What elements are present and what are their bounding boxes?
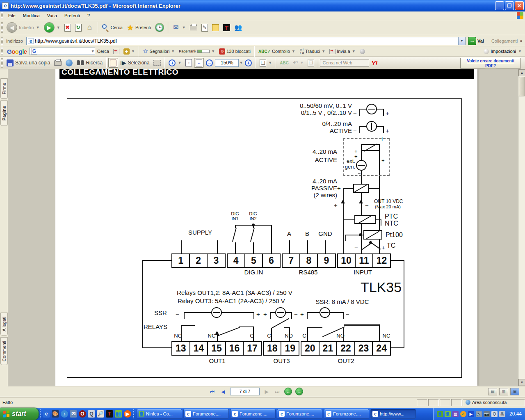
continuous-layout-button[interactable]: ▥	[499, 388, 508, 395]
zoom-in-button[interactable]: +	[243, 59, 254, 67]
restore-button[interactable]: ❐	[505, 1, 514, 10]
single-page-layout-button[interactable]: ▤	[488, 388, 497, 395]
hand-tool-button[interactable]	[108, 58, 118, 68]
menu-modifica[interactable]: Modifica	[19, 12, 43, 19]
snapshot-tool-button[interactable]	[151, 59, 163, 66]
quicklaunch-document-icon[interactable]: 🔎	[97, 410, 104, 418]
zoom-level-combo[interactable]: 150%	[215, 59, 239, 67]
google-news-button[interactable]	[111, 48, 121, 55]
first-page-button[interactable]: ⏮	[208, 388, 217, 396]
close-button[interactable]: ✕	[515, 1, 524, 10]
scroll-up-button[interactable]: ▲	[518, 69, 525, 76]
google-options-button[interactable]: ◆▼	[121, 48, 137, 55]
toolbar-grip[interactable]	[1, 12, 3, 19]
forward-button[interactable]: ▶ ▼	[42, 21, 62, 34]
taskbar-window-forumzone-4[interactable]: e Forumzone....	[324, 409, 369, 419]
forward-dropdown-icon[interactable]: ▼	[57, 25, 60, 30]
start-button[interactable]: start	[0, 408, 39, 420]
zoom-tool-button[interactable]: +▼	[167, 59, 183, 67]
tab-pagine[interactable]: Pagine	[0, 100, 8, 126]
tray-messenger-icon[interactable]: 👤	[437, 411, 443, 417]
notes-button[interactable]	[210, 23, 221, 32]
zoom-dropdown-icon[interactable]: ▼	[239, 61, 243, 65]
fit-page-button[interactable]: ↕	[183, 58, 194, 67]
web-search-input[interactable]: Cerca nel Web	[320, 59, 369, 67]
quicklaunch-messenger-icon[interactable]: 👥	[115, 410, 122, 418]
messenger-button[interactable]: 👥	[232, 23, 244, 32]
google-search-button[interactable]: Cerca	[95, 48, 111, 55]
taskbar-window-forumzone-1[interactable]: e Forumzone....	[183, 409, 229, 419]
quicklaunch-ie-icon[interactable]: e	[43, 410, 50, 418]
translate-button[interactable]: a í7 à Traduci▼	[297, 47, 327, 55]
toolbar-grip[interactable]	[1, 37, 3, 45]
minimize-button[interactable]: _	[495, 1, 504, 10]
spellcheck-pdf-button[interactable]: ABC	[278, 60, 291, 66]
refresh-button[interactable]: ↻	[73, 23, 84, 32]
tab-firme[interactable]: Firme	[0, 78, 8, 99]
menu-help[interactable]: ?	[84, 12, 94, 19]
print-pdf-button[interactable]	[52, 59, 64, 66]
tray-volume-icon[interactable]: 🔊	[476, 411, 482, 417]
highlighter-button[interactable]	[358, 48, 367, 55]
menu-file[interactable]: File	[5, 12, 19, 19]
google-search-input[interactable]: G ▼	[30, 48, 95, 55]
fit-width-button[interactable]: ↔	[194, 58, 204, 68]
tab-allegati[interactable]: Allegati	[0, 313, 8, 336]
quicklaunch-quicktime-icon[interactable]: Q	[88, 410, 95, 418]
toolbar-grip[interactable]	[1, 58, 3, 68]
page-layout-button[interactable]: ❏▼	[258, 58, 274, 68]
menu-preferiti[interactable]: Preferiti	[61, 12, 84, 19]
bookmarks-button[interactable]: ☆ Segnalibri▼	[141, 47, 177, 56]
search-pdf-button[interactable]: Ricerca	[75, 59, 105, 66]
select-tool-button[interactable]: I▶ Seleziona	[118, 59, 151, 67]
toolbar-grip[interactable]	[1, 47, 3, 55]
history-button[interactable]: 🕒	[153, 22, 166, 33]
scroll-down-button[interactable]: ▼	[518, 379, 525, 386]
print-button[interactable]	[188, 24, 199, 31]
tray-messenger2-icon[interactable]: 👤	[445, 411, 451, 417]
pagerank-button[interactable]: PageRank ▼	[177, 48, 217, 54]
taskbar-clock[interactable]: 20.44	[509, 411, 522, 417]
go-button[interactable]: → Vai	[468, 37, 484, 45]
quicklaunch-itunes-icon[interactable]: ♪	[61, 410, 68, 418]
tray-update-icon[interactable]: ✓	[460, 411, 466, 417]
send-to-button[interactable]: Invia a▼	[327, 48, 357, 55]
previous-view-button[interactable]: ←	[284, 388, 292, 395]
taskbar-window-current-pdf[interactable]: e http://www...	[370, 409, 416, 419]
undo-button[interactable]: ↶▼	[291, 58, 306, 67]
copy-pages-button[interactable]: ❐	[306, 58, 316, 68]
home-button[interactable]: ⌂	[84, 23, 96, 32]
taskbar-window-ninfea[interactable]: 👤 Ninfea - Co...	[137, 409, 182, 419]
scrollbar-thumb[interactable]	[519, 77, 525, 96]
spellcheck-button[interactable]: ABC✓ Controllo▼	[256, 48, 297, 55]
email-button[interactable]	[64, 59, 75, 67]
back-button[interactable]: ◀ Indietro▼	[5, 21, 42, 34]
mail-dropdown-icon[interactable]: ▼	[182, 25, 186, 30]
next-page-button[interactable]: ▶	[262, 388, 271, 396]
links-chevron-icon[interactable]: »	[520, 39, 523, 43]
toolbar-grip[interactable]	[1, 22, 3, 34]
quicklaunch-mail-icon[interactable]: ✉	[70, 410, 77, 418]
mail-button[interactable]: ✉ ▼	[170, 23, 188, 32]
reader-extra-button[interactable]: ▣	[510, 388, 519, 395]
tray-printer-icon[interactable]: 🖶	[499, 411, 505, 417]
create-pdf-promo-button[interactable]: Volete creare documentiPDF?	[460, 58, 521, 68]
address-url[interactable]: http://www.gesintsrl.it/docs/TLK35.pdf	[35, 38, 117, 44]
address-dropdown-button[interactable]: ▼	[459, 37, 466, 45]
tray-network-icon[interactable]: ▦	[452, 411, 459, 417]
back-dropdown-icon[interactable]: ▼	[36, 25, 40, 30]
settings-button[interactable]: Impostazioni▼	[484, 49, 522, 54]
menu-vaia[interactable]: Vai a	[43, 12, 61, 19]
vertical-scrollbar[interactable]: ▲ ▼	[518, 69, 525, 386]
quicklaunch-paint-icon[interactable]: 🎨	[52, 410, 59, 418]
previous-page-button[interactable]: ◀	[219, 388, 228, 396]
quicklaunch-trillian-icon[interactable]: T	[106, 410, 113, 418]
taskbar-window-forumzone-2[interactable]: e Forumzone....	[230, 409, 276, 419]
pdf-viewport[interactable]: COLLEGAMENTO ELETTRICO SUPPLY DIGIN1 DIG…	[8, 69, 518, 386]
quicklaunch-opera-icon[interactable]: O	[79, 410, 86, 418]
links-label[interactable]: Collegamenti	[491, 39, 518, 43]
edit-button[interactable]: ✎	[199, 23, 210, 32]
tray-quicktime-icon[interactable]: Q	[491, 411, 498, 417]
search-button[interactable]: Cerca	[100, 23, 125, 32]
tray-player-icon[interactable]: ▶	[468, 411, 474, 417]
